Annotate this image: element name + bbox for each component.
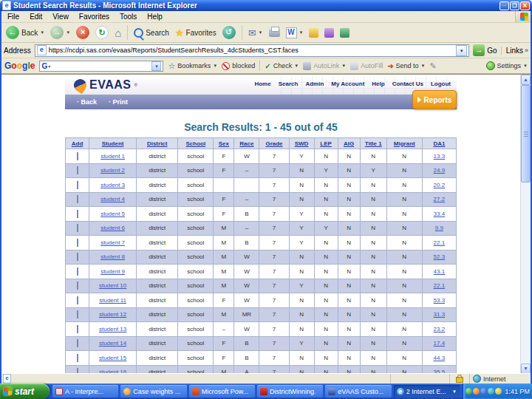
nav-search[interactable]: Search — [279, 81, 299, 87]
back-button[interactable]: Back ▼ — [4, 25, 47, 40]
column-header-school[interactable]: School — [178, 138, 214, 149]
student-link[interactable]: student 11 — [99, 297, 126, 304]
row-checkbox[interactable] — [77, 325, 78, 333]
tray-icon[interactable] — [480, 388, 487, 395]
address-url[interactable]: https://ncdpi.sas.com/evaas/Reports/Stud… — [49, 47, 454, 54]
student-link[interactable]: student 2 — [100, 167, 125, 174]
row-checkbox[interactable] — [77, 368, 78, 373]
student-link[interactable]: student 1 — [100, 153, 125, 160]
da1-link[interactable]: 52.3 — [434, 253, 446, 260]
student-link[interactable]: student 12 — [99, 311, 126, 318]
go-button[interactable]: Go — [473, 44, 497, 56]
da1-link[interactable]: 27.2 — [434, 196, 446, 202]
student-link[interactable]: student 9 — [100, 268, 125, 275]
forward-dropdown-icon[interactable]: ▼ — [66, 30, 70, 35]
da1-link[interactable]: 20.2 — [434, 182, 446, 188]
column-header-da1[interactable]: DA1 — [422, 138, 456, 149]
tray-icon[interactable] — [495, 388, 502, 395]
google-popup-blocker-button[interactable]: blocked — [222, 62, 255, 70]
column-header-grade[interactable]: Grade — [259, 138, 289, 149]
vertical-scrollbar[interactable] — [520, 75, 531, 373]
address-dropdown-icon[interactable] — [456, 45, 467, 56]
da1-link[interactable]: 23.2 — [434, 326, 446, 332]
forward-button[interactable]: ▼ — [48, 25, 72, 40]
google-check-button[interactable]: Check ▼ — [265, 62, 299, 70]
taskbar-task-microsoft-pow[interactable]: Microsoft Pow... — [189, 385, 255, 398]
search-button[interactable]: Search — [132, 27, 171, 38]
google-search-input[interactable] — [39, 61, 163, 72]
taskbar-task-districtwinning[interactable]: DistrictWinning. — [257, 385, 323, 398]
student-link[interactable]: student 8 — [100, 253, 125, 260]
back-link[interactable]: Back — [77, 98, 97, 106]
google-bookmarks-button[interactable]: Bookmarks ▼ — [168, 61, 217, 71]
student-link[interactable]: student 3 — [100, 182, 125, 188]
row-checkbox[interactable] — [77, 296, 78, 304]
column-header-swd[interactable]: SWD — [289, 138, 314, 149]
links-button[interactable]: Links — [501, 47, 528, 55]
row-checkbox[interactable] — [77, 267, 78, 276]
tray-icon[interactable] — [473, 388, 480, 395]
nav-home[interactable]: Home — [254, 81, 270, 87]
google-search-dropdown-icon[interactable] — [151, 61, 161, 71]
menu-view[interactable]: View — [47, 13, 74, 21]
student-link[interactable]: student 6 — [100, 225, 125, 231]
mail-button[interactable]: ▼ — [246, 27, 265, 39]
da1-link[interactable]: 43.1 — [434, 268, 446, 275]
da1-link[interactable]: 44.3 — [434, 355, 446, 361]
row-checkbox[interactable] — [77, 339, 78, 347]
row-checkbox[interactable] — [77, 253, 78, 261]
student-link[interactable]: student 10 — [99, 282, 126, 289]
print-button[interactable] — [267, 28, 282, 38]
start-button[interactable]: start — [0, 383, 50, 399]
scroll-up-icon[interactable] — [521, 75, 531, 85]
google-settings-button[interactable]: Settings ▼ — [486, 61, 528, 70]
row-checkbox[interactable] — [77, 224, 78, 232]
student-link[interactable]: student 13 — [99, 326, 126, 332]
row-checkbox[interactable] — [77, 210, 78, 218]
row-checkbox[interactable] — [77, 354, 78, 362]
stop-button[interactable] — [74, 25, 92, 40]
taskbar-task-2-internet-e[interactable]: 2 Internet E... — [394, 385, 460, 398]
research-button[interactable] — [322, 27, 336, 38]
nav-logout[interactable]: Logout — [431, 81, 451, 87]
nav-contact-us[interactable]: Contact Us — [392, 81, 423, 87]
student-link[interactable]: student 7 — [100, 239, 125, 246]
restore-button[interactable] — [510, 1, 519, 10]
da1-link[interactable]: 31.3 — [434, 311, 446, 318]
student-link[interactable]: student 4 — [100, 196, 125, 202]
close-button[interactable] — [520, 1, 530, 10]
google-autofill-button[interactable]: AutoFill — [350, 62, 383, 70]
edit-with-word-button[interactable]: ▼ — [284, 27, 306, 39]
da1-link[interactable]: 22.1 — [434, 239, 446, 246]
google-sendto-button[interactable]: Send to ▼ — [387, 62, 425, 70]
menu-tools[interactable]: Tools — [115, 13, 142, 21]
google-highlighter-button[interactable] — [430, 61, 437, 71]
da1-link[interactable]: 24.9 — [434, 167, 446, 174]
edit-dropdown-icon[interactable]: ▼ — [299, 30, 304, 35]
favorites-button[interactable]: Favorites — [173, 27, 219, 39]
nav-help[interactable]: Help — [372, 81, 384, 87]
da1-link[interactable]: 22.1 — [434, 282, 446, 289]
row-checkbox[interactable] — [77, 181, 78, 189]
discuss-button[interactable] — [307, 27, 321, 38]
scrollbar-thumb[interactable] — [521, 85, 531, 183]
nav-admin[interactable]: Admin — [305, 81, 324, 87]
row-checkbox[interactable] — [77, 166, 78, 174]
column-header-student[interactable]: Student — [89, 138, 137, 149]
menu-help[interactable]: Help — [142, 13, 168, 21]
da1-link[interactable]: 33.4 — [434, 211, 446, 217]
back-dropdown-icon[interactable]: ▼ — [40, 30, 44, 35]
refresh-button[interactable] — [93, 25, 111, 40]
da1-link[interactable]: 9.9 — [435, 225, 443, 231]
home-button[interactable] — [112, 26, 123, 40]
minimize-button[interactable] — [499, 1, 509, 10]
scroll-down-icon[interactable] — [521, 364, 531, 373]
tray-icon[interactable] — [488, 388, 494, 395]
row-checkbox[interactable] — [77, 152, 78, 160]
column-header-sex[interactable]: Sex — [214, 138, 234, 149]
taskbar-task-a-interpre[interactable]: A - Interpre... — [52, 385, 118, 398]
history-button[interactable] — [220, 25, 238, 40]
taskbar-task-evaas-custo[interactable]: eVAAS Custo... — [325, 385, 391, 398]
row-checkbox[interactable] — [77, 310, 78, 318]
menu-favorites[interactable]: Favorites — [74, 13, 115, 21]
